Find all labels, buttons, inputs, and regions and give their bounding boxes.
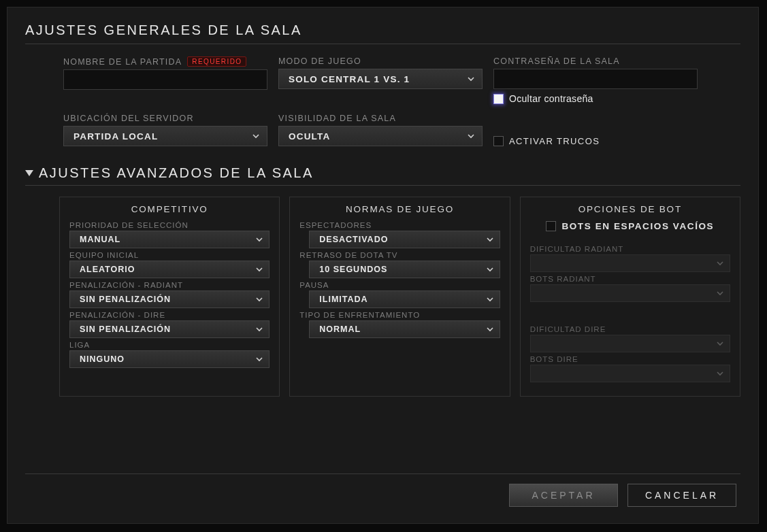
series-type-label: TIPO DE ENFRENTAMIENTO [299, 311, 500, 319]
game-mode-select[interactable]: SOLO CENTRAL 1 VS. 1 [278, 69, 483, 89]
server-location-select[interactable]: PARTIDA LOCAL [63, 126, 267, 146]
visibility-value: OCULTA [289, 131, 330, 142]
visibility-select[interactable]: OCULTA [278, 126, 483, 146]
dire-bots-select[interactable] [530, 365, 730, 382]
chevron-down-icon [255, 295, 263, 303]
general-section-title: AJUSTES GENERALES DE LA SALA [25, 22, 740, 38]
radiant-difficulty-label: DIFICULTAD RADIANT [530, 245, 730, 253]
chevron-down-icon [716, 369, 724, 378]
chevron-down-icon [255, 265, 263, 273]
fill-empty-bots-label: BOTS EN ESPACIOS VACÍOS [561, 221, 714, 231]
game-mode-value: SOLO CENTRAL 1 VS. 1 [289, 74, 410, 84]
chevron-down-icon [467, 75, 475, 83]
lobby-password-label: CONTRASEÑA DE LA SALA [493, 56, 698, 66]
spectators-value: DESACTIVADO [319, 235, 388, 244]
divider [25, 473, 740, 474]
chevron-down-icon [252, 132, 260, 140]
divider [25, 44, 740, 44]
radiant-difficulty-select[interactable] [530, 254, 730, 272]
league-select[interactable]: NINGUNO [69, 350, 270, 368]
chevron-down-icon [255, 235, 263, 244]
button-bar: ACEPTAR CANCELAR [25, 484, 740, 511]
dotatv-delay-select[interactable]: 10 SEGUNDOS [309, 261, 500, 278]
dotatv-delay-label: RETRASO DE DOTA TV [299, 251, 500, 259]
series-type-select[interactable]: NORMAL [309, 320, 500, 338]
lobby-name-input[interactable] [63, 69, 267, 90]
fill-empty-bots-checkbox[interactable] [546, 221, 556, 231]
lobby-name-label: NOMBRE DE LA PARTIDA REQUERIDO [63, 56, 267, 67]
chevron-down-icon [486, 325, 494, 333]
penalty-dire-label: PENALIZACIÓN - DIRE [69, 311, 270, 319]
game-mode-label: MODO DE JUEGO [278, 56, 483, 66]
penalty-radiant-value: SIN PENALIZACIÓN [80, 295, 171, 304]
server-location-value: PARTIDA LOCAL [74, 131, 158, 142]
selection-priority-label: PRIORIDAD DE SELECCIÓN [69, 221, 270, 229]
divider [25, 185, 740, 186]
hide-password-label: Ocultar contraseña [509, 93, 593, 104]
chevron-down-icon [716, 259, 724, 267]
collapse-icon [25, 170, 33, 176]
chevron-down-icon [467, 132, 475, 140]
cancel-button[interactable]: CANCELAR [627, 484, 736, 507]
dire-difficulty-label: DIFICULTAD DIRE [530, 325, 730, 333]
enable-cheats-label: ACTIVAR TRUCOS [509, 136, 600, 146]
general-row-1: NOMBRE DE LA PARTIDA REQUERIDO MODO DE J… [25, 56, 740, 104]
chevron-down-icon [486, 235, 494, 244]
lobby-settings-panel: AJUSTES GENERALES DE LA SALA NOMBRE DE L… [7, 7, 759, 524]
pause-select[interactable]: ILIMITADA [309, 290, 500, 308]
chevron-down-icon [716, 289, 724, 297]
selection-priority-value: MANUAL [80, 235, 120, 244]
spectators-label: ESPECTADORES [299, 221, 500, 229]
bot-options-box: OPCIONES DE BOT BOTS EN ESPACIOS VACÍOS … [520, 197, 740, 397]
lobby-name-label-text: NOMBRE DE LA PARTIDA [63, 57, 182, 67]
advanced-section-toggle[interactable]: AJUSTES AVANZADOS DE LA SALA [25, 165, 740, 181]
chevron-down-icon [255, 355, 263, 363]
pause-label: PAUSA [299, 281, 500, 289]
starting-team-value: ALEATORIO [80, 265, 135, 274]
dire-difficulty-select[interactable] [530, 335, 730, 352]
enable-cheats-checkbox[interactable] [493, 136, 504, 146]
required-badge: REQUERIDO [187, 56, 246, 67]
general-row-2: UBICACIÓN DEL SERVIDOR PARTIDA LOCAL VIS… [25, 114, 740, 146]
penalty-radiant-select[interactable]: SIN PENALIZACIÓN [69, 290, 270, 308]
chevron-down-icon [486, 295, 494, 303]
dotatv-delay-value: 10 SEGUNDOS [319, 265, 387, 274]
advanced-columns: COMPETITIVO PRIORIDAD DE SELECCIÓN MANUA… [25, 188, 740, 397]
starting-team-select[interactable]: ALEATORIO [69, 261, 270, 278]
series-type-value: NORMAL [319, 325, 361, 334]
advanced-section-title: AJUSTES AVANZADOS DE LA SALA [39, 165, 314, 181]
bot-options-title: OPCIONES DE BOT [530, 204, 730, 214]
chevron-down-icon [255, 325, 263, 333]
competitive-title: COMPETITIVO [69, 204, 270, 214]
chevron-down-icon [486, 265, 494, 273]
hide-password-checkbox[interactable] [493, 94, 504, 104]
game-rules-box: NORMAS DE JUEGO ESPECTADORES DESACTIVADO… [289, 197, 510, 397]
league-label: LIGA [69, 341, 270, 349]
penalty-dire-select[interactable]: SIN PENALIZACIÓN [69, 320, 270, 338]
server-location-label: UBICACIÓN DEL SERVIDOR [63, 114, 267, 123]
pause-value: ILIMITADA [319, 295, 368, 304]
accept-button[interactable]: ACEPTAR [509, 484, 618, 507]
penalty-radiant-label: PENALIZACIÓN - RADIANT [69, 281, 270, 289]
radiant-bots-label: BOTS RADIANT [530, 275, 730, 283]
competitive-box: COMPETITIVO PRIORIDAD DE SELECCIÓN MANUA… [59, 197, 280, 397]
selection-priority-select[interactable]: MANUAL [69, 231, 270, 248]
chevron-down-icon [716, 339, 724, 348]
radiant-bots-select[interactable] [530, 284, 730, 302]
penalty-dire-value: SIN PENALIZACIÓN [80, 325, 171, 334]
starting-team-label: EQUIPO INICIAL [69, 251, 270, 259]
spectators-select[interactable]: DESACTIVADO [309, 231, 500, 248]
league-value: NINGUNO [80, 354, 125, 364]
game-rules-title: NORMAS DE JUEGO [299, 204, 500, 214]
visibility-label: VISIBILIDAD DE LA SALA [278, 114, 483, 123]
dire-bots-label: BOTS DIRE [530, 355, 730, 363]
lobby-password-input[interactable] [493, 69, 698, 89]
